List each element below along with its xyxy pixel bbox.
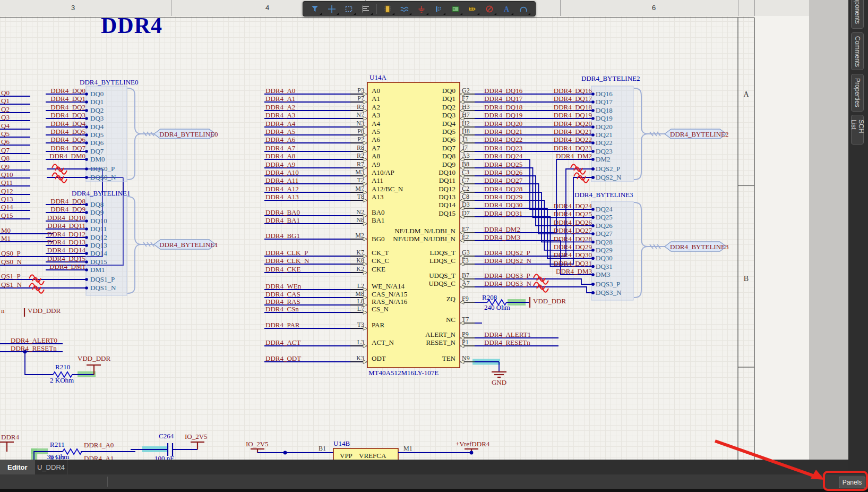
net-label[interactable]: DDR4_DM2 — [484, 226, 520, 233]
harness-entry[interactable]: DQ25 — [596, 214, 613, 220]
harness-entry[interactable]: DM2 — [596, 156, 610, 163]
net-label[interactable]: DDR4_DQ22 — [552, 136, 592, 143]
pin-designator[interactable]: T8 — [264, 193, 364, 200]
pin-designator[interactable]: H2 — [462, 120, 470, 126]
harness-entry[interactable]: DQ26 — [596, 222, 613, 229]
harness-entry[interactable]: DQS3_N — [596, 289, 621, 296]
net-label[interactable]: DDR4_DQ1 — [46, 95, 85, 102]
net-label[interactable]: Q14 — [1, 203, 13, 210]
net-label[interactable]: DDR4_DQ13 — [46, 239, 85, 245]
harness-entry[interactable]: DQS2_N — [596, 174, 621, 181]
place-ground-icon[interactable] — [414, 3, 429, 15]
net-label[interactable]: DDR4_ALERT0 — [11, 337, 57, 344]
net-label[interactable]: DDR4_DQ26 — [552, 219, 592, 226]
net-label[interactable]: DDR4_A1 — [84, 455, 114, 460]
net-label[interactable]: DDR4_DQ28 — [484, 185, 522, 192]
harness-entry[interactable]: DQ10 — [90, 217, 107, 224]
selection-icon[interactable] — [341, 3, 357, 15]
schematic-canvas[interactable]: ABDDR4Q0Q1Q2Q3Q4Q5Q6Q7Q8Q9Q10Q11Q12Q13Q1… — [0, 16, 809, 460]
net-label[interactable]: DDR4_DQ27 — [552, 227, 592, 234]
harness-entry[interactable]: DQ27 — [596, 230, 613, 237]
pin-designator[interactable]: M8 — [264, 291, 364, 297]
net-label[interactable]: DDR4_DQ0 — [46, 87, 85, 94]
place-part-icon[interactable] — [380, 3, 396, 15]
harness-title[interactable]: DDR4_BYTELINE0 — [80, 79, 139, 86]
net-label[interactable]: DDR4_DQ7 — [46, 145, 85, 151]
net-label[interactable]: Q13 — [1, 196, 13, 202]
harness-title[interactable]: DDR4_BYTELINE1 — [72, 190, 131, 197]
pin-designator[interactable]: E2 — [462, 234, 469, 240]
pin-designator[interactable]: J7 — [462, 145, 468, 151]
net-label[interactable]: QS0_P — [1, 250, 21, 257]
net-label[interactable]: Q10 — [1, 171, 13, 178]
net-label[interactable]: DDR4_DQ17 — [484, 95, 522, 102]
net-label[interactable]: DDR4_DQ9 — [46, 206, 85, 213]
net-label[interactable]: DDR4_DQ27 — [484, 177, 522, 184]
net-label[interactable]: DDR4_DQ29 — [484, 193, 522, 200]
net-label[interactable]: DDR4_DM0 — [46, 152, 85, 159]
net-label[interactable]: DDR4_DQ29 — [552, 243, 592, 250]
pin-designator[interactable]: B1 — [319, 445, 326, 452]
capacitor-value[interactable]: 100 nF — [154, 455, 174, 460]
pin-designator[interactable]: H8 — [462, 128, 470, 134]
resistor-value[interactable]: 2 KOhm — [50, 377, 74, 384]
harness-entry[interactable]: DQ12 — [90, 234, 107, 241]
net-label[interactable]: DDR4_DQ23 — [484, 145, 522, 151]
net-label[interactable]: DDR4_DQ15 — [46, 255, 85, 262]
power-port-vdd-ddr[interactable]: VDD_DDR — [78, 355, 110, 362]
net-label[interactable]: DDR4_A0 — [84, 442, 114, 448]
pin-designator[interactable]: P1 — [462, 339, 469, 345]
place-port-icon[interactable]: D1 — [465, 3, 480, 15]
pin-designator[interactable]: A7 — [462, 280, 470, 286]
net-label[interactable]: DDR4_DQ14 — [46, 247, 85, 253]
harness-entry[interactable]: DQ5 — [90, 131, 104, 138]
tab-sch-list[interactable]: SCH List — [851, 115, 864, 145]
net-label[interactable]: DDR4_DQ31 — [552, 260, 592, 267]
harness-entry[interactable]: DM3 — [596, 271, 610, 278]
net-label[interactable]: QS1_N — [1, 281, 22, 288]
net-label[interactable]: DDR4_DQ10 — [46, 214, 85, 221]
net-label[interactable]: Q0 — [1, 89, 10, 96]
harness-title[interactable]: DDR4_BYTELINE2 — [581, 75, 640, 82]
net-label[interactable]: Q6 — [1, 138, 10, 145]
harness-entry[interactable]: DQ3 — [90, 115, 104, 122]
capacitor-designator[interactable]: C264 — [159, 432, 174, 439]
pin-designator[interactable]: N8 — [264, 217, 364, 223]
net-label[interactable]: DDR4_DQ20 — [484, 120, 522, 127]
net-label[interactable]: DDR4_DQ21 — [484, 128, 522, 135]
pin-designator[interactable]: L3 — [264, 339, 364, 345]
harness-entry[interactable]: DQ1 — [90, 98, 104, 105]
tab-document-u-ddr4[interactable]: U_DDR4 — [30, 460, 72, 474]
net-label[interactable]: DDR4_DQ26 — [484, 169, 522, 176]
harness-entry[interactable]: DQ31 — [596, 263, 613, 270]
net-label[interactable]: Q4 — [1, 122, 10, 129]
harness-entry[interactable]: DQ11 — [90, 225, 107, 232]
harness-entry[interactable]: DQ6 — [90, 139, 104, 146]
harness-title[interactable]: DDR4_BYTELINE3 — [574, 191, 633, 198]
pin-designator[interactable]: P8 — [264, 128, 364, 134]
net-label[interactable]: Q1 — [1, 97, 10, 104]
pin-designator[interactable]: D7 — [462, 210, 470, 216]
harness-entry[interactable]: DQ8 — [90, 201, 104, 208]
resistor-designator[interactable]: R208 — [482, 294, 497, 301]
net-label[interactable]: DDR4_DQ2 — [46, 104, 85, 111]
net-label[interactable]: DDR4_DQ18 — [552, 104, 592, 111]
power-port-io-2v5[interactable]: IO_2V5 — [246, 440, 269, 447]
harness-entry[interactable]: DQS0_N — [90, 174, 116, 181]
harness-entry[interactable]: DQ30 — [596, 255, 613, 261]
align-icon[interactable] — [358, 3, 374, 15]
net-label[interactable]: DDR4_DM2 — [552, 152, 592, 159]
component-designator[interactable]: U14A — [369, 74, 386, 81]
pin-designator[interactable]: N2 — [264, 209, 364, 215]
pin-designator[interactable]: P7 — [264, 95, 364, 101]
pin-designator[interactable]: N7 — [264, 112, 364, 118]
cross-probe-icon[interactable] — [324, 3, 340, 15]
net-label[interactable]: DDR4_DQ17 — [552, 95, 592, 102]
harness-entry[interactable]: DQ18 — [596, 107, 613, 114]
pin-designator[interactable]: F7 — [462, 95, 469, 101]
net-label[interactable]: DDR4_DQS3_P — [484, 272, 530, 279]
net-label[interactable]: DDR4_DQ3 — [46, 112, 85, 118]
net-label[interactable]: DDR4_DQ25 — [552, 210, 592, 217]
harness-entry[interactable]: DQ19 — [596, 115, 613, 122]
pin-designator[interactable]: P3 — [264, 87, 364, 94]
